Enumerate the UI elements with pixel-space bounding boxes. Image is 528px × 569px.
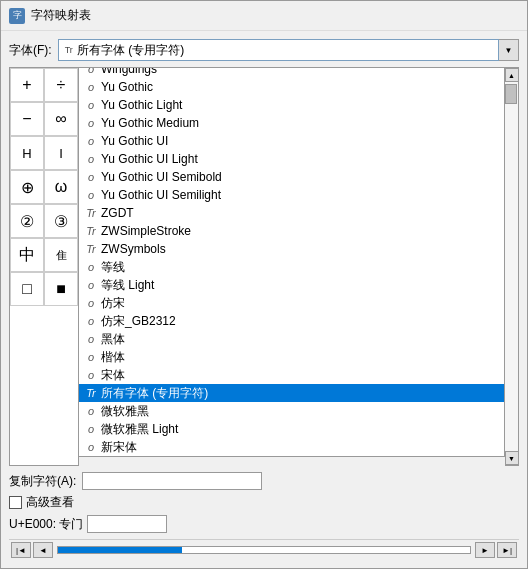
item-name: 仿宋 bbox=[101, 295, 125, 312]
item-prefix: o bbox=[85, 297, 97, 309]
item-name: ZWSimpleStroke bbox=[101, 224, 191, 238]
scrollbar: ▲ ▼ bbox=[505, 67, 519, 466]
char-cell[interactable]: + bbox=[10, 68, 44, 102]
dropdown-item[interactable]: oYu Gothic UI Light bbox=[79, 150, 504, 168]
item-prefix: o bbox=[85, 423, 97, 435]
item-name: Yu Gothic Medium bbox=[101, 116, 199, 130]
dropdown-item[interactable]: o仿宋_GB2312 bbox=[79, 312, 504, 330]
scrollbar-thumb[interactable] bbox=[505, 84, 517, 104]
title-text: 字符映射表 bbox=[31, 7, 91, 24]
dropdown-item[interactable]: o等线 bbox=[79, 258, 504, 276]
dropdown-item[interactable]: o微软雅黑 bbox=[79, 402, 504, 420]
ucode-label: U+E000: 专门 bbox=[9, 516, 83, 533]
nav-first-button[interactable]: |◄ bbox=[11, 542, 31, 558]
dropdown-item[interactable]: oYu Gothic Light bbox=[79, 96, 504, 114]
char-cell[interactable]: ÷ bbox=[44, 68, 78, 102]
dropdown-item[interactable]: o宋体 bbox=[79, 366, 504, 384]
item-name: 等线 Light bbox=[101, 277, 154, 294]
item-name: 等线 bbox=[101, 259, 125, 276]
char-cell[interactable]: ω bbox=[44, 170, 78, 204]
item-prefix: o bbox=[85, 405, 97, 417]
font-select-value: 所有字体 (专用字符) bbox=[77, 42, 184, 59]
item-name: Yu Gothic UI Light bbox=[101, 152, 198, 166]
item-prefix: o bbox=[85, 369, 97, 381]
char-cell[interactable]: ■ bbox=[44, 272, 78, 306]
item-name: 微软雅黑 bbox=[101, 403, 149, 420]
item-name: 楷体 bbox=[101, 349, 125, 366]
copy-input[interactable] bbox=[82, 472, 262, 490]
font-select-box[interactable]: Tr 所有字体 (专用字符) bbox=[58, 39, 499, 61]
dropdown-item[interactable]: TrZWSimpleStroke bbox=[79, 222, 504, 240]
font-row: 字体(F): Tr 所有字体 (专用字符) ▼ bbox=[9, 39, 519, 61]
dropdown-item[interactable]: TrZWSymbols bbox=[79, 240, 504, 258]
item-name: 宋体 bbox=[101, 367, 125, 384]
title-bar: 字 字符映射表 bbox=[1, 1, 527, 31]
dropdown-item[interactable]: o微软雅黑 Light bbox=[79, 420, 504, 438]
item-name: 黑体 bbox=[101, 331, 125, 348]
advanced-label: 高级查看 bbox=[26, 494, 74, 511]
dropdown-item[interactable]: o等线 Light bbox=[79, 276, 504, 294]
nav-progress bbox=[57, 546, 471, 554]
dropdown-item[interactable]: TrZGDT bbox=[79, 204, 504, 222]
item-prefix: o bbox=[85, 279, 97, 291]
bottom-section: 复制字符(A): 高级查看 U+E000: 专门 bbox=[9, 472, 519, 533]
item-name: 仿宋_GB2312 bbox=[101, 313, 176, 330]
item-name: Wingdings bbox=[101, 67, 157, 76]
item-name: 微软雅黑 Light bbox=[101, 421, 178, 438]
nav-next-button[interactable]: ► bbox=[475, 542, 495, 558]
dropdown-item[interactable]: oYu Gothic UI Semibold bbox=[79, 168, 504, 186]
dropdown-item[interactable]: Tr所有字体 (专用字符) bbox=[79, 384, 504, 402]
dropdown-item[interactable]: oYu Gothic bbox=[79, 78, 504, 96]
item-name: Yu Gothic Light bbox=[101, 98, 182, 112]
item-name: 新宋体 bbox=[101, 439, 137, 456]
font-select-wrapper: Tr 所有字体 (专用字符) ▼ bbox=[58, 39, 519, 61]
char-cell[interactable]: ⾫ bbox=[44, 238, 78, 272]
dropdown-panel[interactable]: TrTHCADSymbsoTimes New RomanTrTrebuchet … bbox=[79, 67, 505, 457]
nav-last-button[interactable]: ►| bbox=[497, 542, 517, 558]
scroll-down-button[interactable]: ▼ bbox=[505, 451, 519, 465]
char-cell[interactable]: ② bbox=[10, 204, 44, 238]
scrollbar-track bbox=[505, 82, 518, 451]
item-name: ZGDT bbox=[101, 206, 134, 220]
right-panel: TrTHCADSymbsoTimes New RomanTrTrebuchet … bbox=[79, 67, 505, 466]
char-cell[interactable]: Ι bbox=[44, 136, 78, 170]
dropdown-item[interactable]: o仿宋 bbox=[79, 294, 504, 312]
dropdown-item[interactable]: oYu Gothic UI Semilight bbox=[79, 186, 504, 204]
font-select-icon: Tr bbox=[65, 45, 73, 55]
dropdown-item[interactable]: oYu Gothic UI bbox=[79, 132, 504, 150]
char-cell[interactable]: ∞ bbox=[44, 102, 78, 136]
char-grid: + ÷ − ∞ Η Ι ⊕ ω ② ③ 中 ⾫ □ ■ bbox=[9, 67, 79, 466]
advanced-checkbox[interactable] bbox=[9, 496, 22, 509]
char-cell[interactable]: Η bbox=[10, 136, 44, 170]
font-dropdown-button[interactable]: ▼ bbox=[499, 39, 519, 61]
dropdown-item[interactable]: o新宋体 bbox=[79, 438, 504, 456]
dropdown-item[interactable]: oYu Gothic Medium bbox=[79, 114, 504, 132]
char-cell[interactable]: 中 bbox=[10, 238, 44, 272]
dialog-content: 字体(F): Tr 所有字体 (专用字符) ▼ + ÷ − ∞ Η Ι ⊕ ω bbox=[1, 31, 527, 568]
dropdown-item[interactable]: o楷体 bbox=[79, 348, 504, 366]
char-cell[interactable]: ③ bbox=[44, 204, 78, 238]
main-area: + ÷ − ∞ Η Ι ⊕ ω ② ③ 中 ⾫ □ ■ TrTHCADSymbs… bbox=[9, 67, 519, 466]
nav-prev-button[interactable]: ◄ bbox=[33, 542, 53, 558]
advanced-row: 高级查看 bbox=[9, 494, 519, 511]
item-prefix: o bbox=[85, 189, 97, 201]
item-prefix: Tr bbox=[85, 225, 97, 237]
item-prefix: o bbox=[85, 171, 97, 183]
char-cell[interactable]: □ bbox=[10, 272, 44, 306]
item-prefix: o bbox=[85, 351, 97, 363]
item-prefix: o bbox=[85, 81, 97, 93]
char-cell[interactable]: − bbox=[10, 102, 44, 136]
progress-fill bbox=[58, 547, 182, 553]
item-name: Yu Gothic UI bbox=[101, 134, 168, 148]
dropdown-item[interactable]: o黑体 bbox=[79, 330, 504, 348]
item-name: Yu Gothic UI Semibold bbox=[101, 170, 222, 184]
scroll-up-button[interactable]: ▲ bbox=[505, 68, 519, 82]
copy-row: 复制字符(A): bbox=[9, 472, 519, 490]
ucode-input[interactable] bbox=[87, 515, 167, 533]
char-cell[interactable]: ⊕ bbox=[10, 170, 44, 204]
item-prefix: o bbox=[85, 315, 97, 327]
item-prefix: o bbox=[85, 153, 97, 165]
item-prefix: Tr bbox=[85, 387, 97, 399]
item-prefix: Tr bbox=[85, 207, 97, 219]
dropdown-item[interactable]: oWingdings bbox=[79, 67, 504, 78]
